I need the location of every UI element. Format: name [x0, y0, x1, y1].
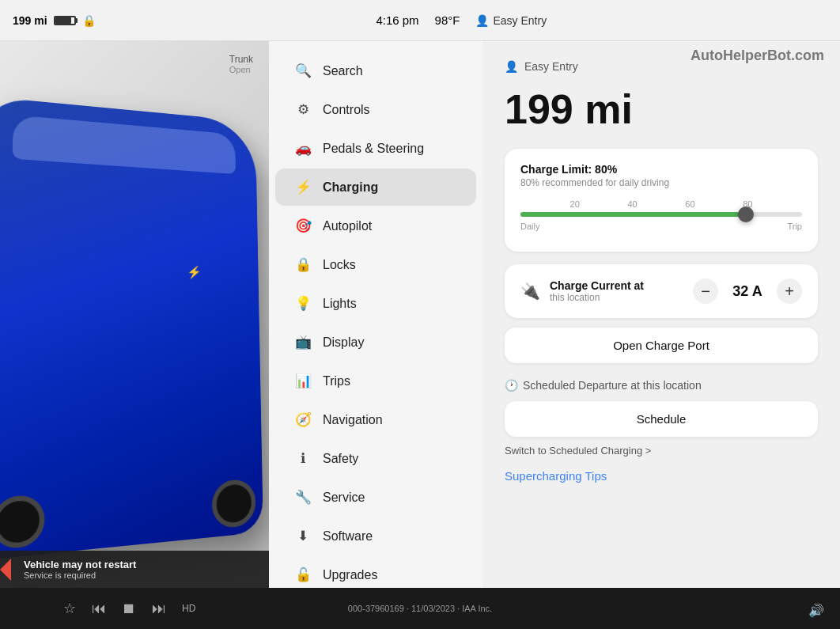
- charge-current-label: Charge Current at this location: [550, 279, 683, 303]
- hd-icon[interactable]: HD: [182, 603, 195, 614]
- car-wheel-front: [212, 479, 256, 529]
- warning-title: Vehicle may not restart: [24, 559, 258, 570]
- charge-limit-title: Charge Limit: 80%: [520, 163, 802, 176]
- status-center: 4:16 pm 98°F 👤 Easy Entry: [96, 13, 827, 27]
- sidebar-item-label-safety: Safety: [323, 452, 358, 466]
- sidebar-item-lights[interactable]: 💡 Lights: [275, 285, 476, 322]
- sidebar-item-safety[interactable]: ℹ Safety: [275, 440, 476, 477]
- main-content: 👤 Easy Entry 199 mi Charge Limit: 80% 80…: [482, 41, 840, 588]
- service-icon: 🔧: [294, 489, 312, 506]
- upgrades-icon: 🔓: [294, 566, 312, 583]
- car-wheel-back: [0, 494, 45, 550]
- charge-plug-icon: 🔌: [520, 282, 540, 301]
- navigation-icon: 🧭: [294, 411, 312, 428]
- sidebar-item-autopilot[interactable]: 🎯 Autopilot: [275, 207, 476, 244]
- sidebar-item-upgrades[interactable]: 🔓 Upgrades: [275, 556, 476, 588]
- sidebar-item-trips[interactable]: 📊 Trips: [275, 362, 476, 400]
- sidebar-item-label-upgrades: Upgrades: [323, 568, 377, 582]
- skip-back-icon[interactable]: ⏮: [92, 601, 106, 617]
- supercharging-tips-link[interactable]: Supercharging Tips: [505, 469, 818, 483]
- locks-icon: 🔒: [294, 256, 312, 273]
- charge-current-row: 🔌 Charge Current at this location − 32 A…: [520, 279, 802, 304]
- charge-slider[interactable]: 20 40 60 80 Daily Trip: [520, 199, 802, 231]
- increase-current-button[interactable]: +: [777, 279, 802, 304]
- trips-icon: 📊: [294, 373, 312, 389]
- sidebar-item-display[interactable]: 📺 Display: [275, 324, 476, 361]
- warning-sub: Service is required: [24, 570, 258, 580]
- trip-label: Trip: [787, 222, 802, 231]
- decrease-current-button[interactable]: −: [693, 279, 718, 304]
- switch-charging-link[interactable]: Switch to Scheduled Charging >: [505, 445, 818, 457]
- bottom-bar: ☆ ⏮ ⏹ ⏭ HD 000-37960169 · 11/03/2023 · I…: [0, 588, 840, 629]
- safety-icon: ℹ: [294, 450, 312, 467]
- controls-icon: ⚙: [294, 101, 312, 118]
- charge-limit-subtitle: 80% recommended for daily driving: [520, 177, 802, 188]
- slider-thumb[interactable]: [738, 207, 754, 222]
- trunk-label: Trunk Open: [229, 54, 253, 74]
- charging-icon: ⚡: [294, 179, 312, 195]
- pedals-icon: 🚗: [294, 140, 312, 157]
- status-left: 199 mi 🔒: [13, 14, 96, 27]
- skip-forward-icon[interactable]: ⏭: [152, 601, 166, 617]
- temperature-display: 98°F: [435, 13, 460, 27]
- clock-icon: 🕐: [505, 379, 518, 392]
- sidebar-item-label-navigation: Navigation: [323, 413, 383, 427]
- time-display: 4:16 pm: [376, 13, 418, 27]
- person-icon: 👤: [475, 14, 489, 27]
- easy-entry-status[interactable]: 👤 Easy Entry: [475, 14, 547, 27]
- side-nav: 🔍 Search ⚙ Controls 🚗 Pedals & Steering …: [269, 41, 482, 588]
- car-window: [13, 115, 236, 174]
- slider-track[interactable]: [520, 212, 802, 217]
- bottom-controls: ☆ ⏮ ⏹ ⏭ HD: [63, 588, 195, 629]
- car-panel: Trunk Open 🔒 ⚡ Vehicle may not restart S…: [0, 41, 269, 588]
- schedule-button[interactable]: Schedule: [505, 401, 818, 437]
- sidebar-item-label-search: Search: [323, 64, 363, 78]
- stop-icon[interactable]: ⏹: [122, 601, 136, 617]
- charge-current-card: 🔌 Charge Current at this location − 32 A…: [505, 264, 818, 318]
- easy-entry-header[interactable]: 👤 Easy Entry: [505, 60, 818, 73]
- charge-controls: − 32 A +: [693, 279, 802, 304]
- battery-icon: [54, 16, 76, 25]
- sidebar-item-search[interactable]: 🔍 Search: [275, 52, 476, 89]
- autopilot-icon: 🎯: [294, 218, 312, 234]
- sidebar-item-label-service: Service: [323, 491, 365, 505]
- volume-icon[interactable]: 🔊: [808, 603, 824, 618]
- charge-current-sub: this location: [550, 292, 683, 303]
- sidebar-item-controls[interactable]: ⚙ Controls: [275, 91, 476, 128]
- sidebar-item-label-software: Software: [323, 529, 373, 544]
- daily-trip-labels: Daily Trip: [520, 222, 802, 231]
- car-image: ⚡: [0, 96, 263, 561]
- display-icon: 📺: [294, 334, 312, 350]
- sidebar-item-software[interactable]: ⬇ Software: [275, 517, 476, 555]
- search-icon: 🔍: [294, 63, 312, 79]
- sidebar-item-charging[interactable]: ⚡ Charging: [275, 169, 476, 206]
- range-display-main: 199 mi: [505, 85, 818, 133]
- slider-labels: 20 40 60 80: [520, 199, 802, 209]
- sidebar-item-label-autopilot: Autopilot: [323, 219, 372, 233]
- star-icon[interactable]: ☆: [63, 600, 76, 617]
- sidebar-item-navigation[interactable]: 🧭 Navigation: [275, 401, 476, 438]
- sidebar-item-label-controls: Controls: [323, 103, 370, 117]
- bottom-info-text: 000-37960169 · 11/03/2023 · IAA Inc.: [348, 604, 492, 613]
- sidebar-item-locks[interactable]: 🔒 Locks: [275, 246, 476, 283]
- charge-current-value: 32 A: [728, 283, 767, 300]
- charge-indicator: ⚡: [187, 265, 202, 280]
- status-bar: 199 mi 🔒 4:16 pm 98°F 👤 Easy Entry: [0, 0, 840, 41]
- warning-bar: Vehicle may not restart Service is requi…: [0, 551, 269, 588]
- sidebar-item-label-charging: Charging: [323, 180, 378, 195]
- sidebar-item-label-locks: Locks: [323, 258, 356, 272]
- sidebar-item-label-lights: Lights: [323, 297, 357, 311]
- open-charge-port-button[interactable]: Open Charge Port: [505, 328, 818, 363]
- person-icon-main: 👤: [505, 60, 518, 73]
- slider-fill: [520, 212, 746, 217]
- sidebar-item-pedals[interactable]: 🚗 Pedals & Steering: [275, 130, 476, 167]
- lock-icon-status: 🔒: [82, 14, 96, 27]
- sidebar-item-label-display: Display: [323, 335, 364, 350]
- scheduled-departure-section: 🕐 Scheduled Departure at this location S…: [505, 379, 818, 457]
- scheduled-title: 🕐 Scheduled Departure at this location: [505, 379, 818, 392]
- charge-current-title: Charge Current at: [550, 279, 683, 292]
- daily-label: Daily: [520, 222, 539, 231]
- sidebar-item-label-trips: Trips: [323, 374, 350, 388]
- sidebar-item-service[interactable]: 🔧 Service: [275, 479, 476, 516]
- lights-icon: 💡: [294, 295, 312, 312]
